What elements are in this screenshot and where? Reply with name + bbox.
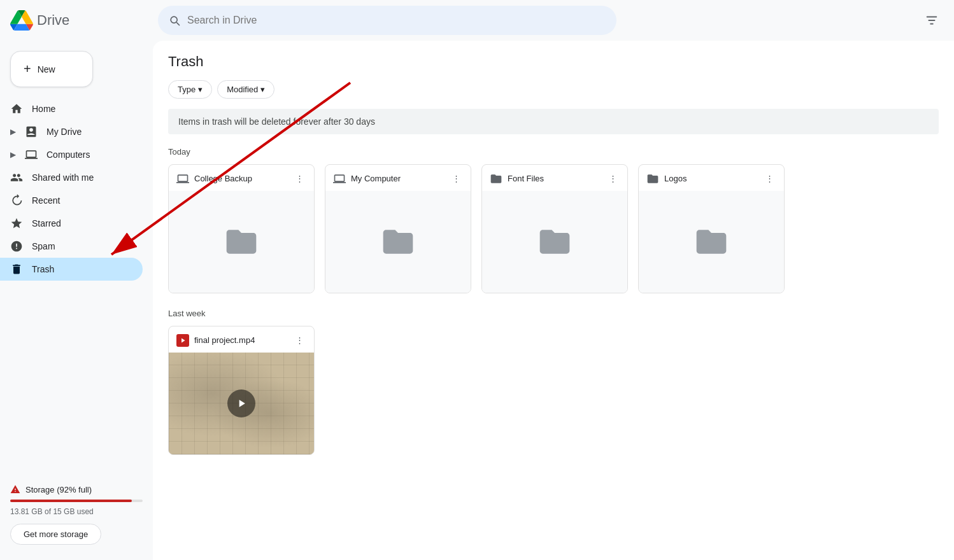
sidebar-item-my-drive[interactable]: ▶ My Drive <box>0 120 143 143</box>
video-card-header: final project.mp4 ⋮ <box>169 326 314 353</box>
computers-icon <box>25 148 38 161</box>
sidebar-item-recent-label: Recent <box>32 195 60 206</box>
filter-sliders-icon <box>925 13 939 27</box>
sidebar-item-computers-label: Computers <box>46 150 90 160</box>
file-card-name: My Computer <box>351 174 450 183</box>
computer-folder-icon <box>176 172 189 185</box>
file-card-body <box>325 191 471 293</box>
main-layout: + New Home ▶ My Drive ▶ Computers <box>0 41 954 560</box>
video-file-icon <box>176 334 189 347</box>
today-files-grid: College Backup ⋮ My Computer ⋮ <box>168 164 939 293</box>
computer-folder-icon <box>333 172 346 185</box>
list-item[interactable]: My Computer ⋮ <box>325 164 471 293</box>
sidebar-item-spam[interactable]: Spam <box>0 235 143 258</box>
search-icon <box>168 14 181 27</box>
expand-icon-computers: ▶ <box>10 150 16 159</box>
search-filter-button[interactable] <box>920 8 944 32</box>
storage-label-text: Storage (92% full) <box>25 485 92 494</box>
sidebar-item-shared[interactable]: Shared with me <box>0 166 143 189</box>
type-filter-chevron: ▾ <box>198 85 203 94</box>
list-item[interactable]: Logos ⋮ <box>638 164 785 293</box>
file-more-button[interactable]: ⋮ <box>293 333 306 347</box>
sidebar-item-home[interactable]: Home <box>0 97 143 120</box>
storage-used-text: 13.81 GB of 15 GB used <box>10 507 143 516</box>
trash-icon <box>10 263 23 276</box>
file-card-name: Logos <box>664 174 763 183</box>
folder-icon-large <box>378 224 418 260</box>
file-card-body <box>482 191 627 293</box>
folder-icon <box>646 172 659 185</box>
file-card-header: College Backup ⋮ <box>169 165 314 191</box>
app-title: Drive <box>37 12 69 29</box>
get-more-storage-button[interactable]: Get more storage <box>10 524 101 545</box>
sidebar-item-starred-label: Starred <box>32 218 61 228</box>
home-icon <box>10 102 23 115</box>
topbar: Drive <box>0 0 954 41</box>
sidebar-item-my-drive-label: My Drive <box>46 127 82 137</box>
new-button-label: New <box>38 64 55 74</box>
folder-icon-large <box>534 224 575 260</box>
drive-logo-icon <box>10 9 33 32</box>
sidebar-item-starred[interactable]: Starred <box>0 212 143 235</box>
video-thumbnail <box>169 353 314 454</box>
file-more-button[interactable]: ⋮ <box>293 171 306 186</box>
last-week-section-label: Last week <box>168 309 939 318</box>
file-card-body <box>639 191 784 293</box>
storage-bar-fill <box>10 500 132 502</box>
sidebar-item-home-label: Home <box>32 104 55 114</box>
modified-filter-label: Modified <box>227 85 258 94</box>
recent-icon <box>10 194 23 207</box>
folder-icon <box>490 172 502 185</box>
modified-filter-chevron: ▾ <box>260 85 265 94</box>
sidebar-item-spam-label: Spam <box>32 241 55 251</box>
new-button[interactable]: + New <box>10 51 93 87</box>
file-card-name: final project.mp4 <box>194 335 293 345</box>
file-more-button[interactable]: ⋮ <box>763 171 776 186</box>
file-card-header: Logos ⋮ <box>639 165 784 191</box>
video-card-body <box>169 353 314 454</box>
content-area: Trash Type ▾ Modified ▾ Items in trash w… <box>153 41 954 560</box>
file-card-header: Font Files ⋮ <box>482 165 627 191</box>
file-more-button[interactable]: ⋮ <box>450 171 463 186</box>
sidebar: + New Home ▶ My Drive ▶ Computers <box>0 41 153 560</box>
folder-icon-large <box>221 224 262 260</box>
last-week-files-grid: final project.mp4 ⋮ <box>168 326 939 455</box>
sidebar-item-computers[interactable]: ▶ Computers <box>0 143 143 166</box>
my-drive-icon <box>25 125 38 138</box>
warning-icon <box>10 484 20 494</box>
list-item[interactable]: Font Files ⋮ <box>481 164 628 293</box>
shared-icon <box>10 171 23 184</box>
play-icon <box>235 397 248 410</box>
today-section-label: Today <box>168 147 939 157</box>
file-card-name: College Backup <box>194 174 293 183</box>
folder-icon-large <box>691 224 732 260</box>
sidebar-item-trash[interactable]: Trash <box>0 258 143 281</box>
trash-info-banner: Items in trash will be deleted forever a… <box>168 109 939 134</box>
modified-filter-button[interactable]: Modified ▾ <box>217 80 274 99</box>
list-item[interactable]: final project.mp4 ⋮ <box>168 326 315 455</box>
sidebar-item-shared-label: Shared with me <box>32 172 94 183</box>
info-banner-text: Items in trash will be deleted forever a… <box>178 116 375 127</box>
storage-label[interactable]: Storage (92% full) <box>10 484 143 494</box>
sidebar-item-recent[interactable]: Recent <box>0 189 143 212</box>
plus-icon: + <box>24 62 31 76</box>
sidebar-item-trash-label: Trash <box>32 264 54 274</box>
search-bar[interactable] <box>158 6 616 35</box>
play-button-overlay <box>227 389 255 417</box>
file-card-body <box>169 191 314 293</box>
page-title: Trash <box>168 53 939 70</box>
type-filter-button[interactable]: Type ▾ <box>168 80 212 99</box>
starred-icon <box>10 217 23 230</box>
file-more-button[interactable]: ⋮ <box>606 171 620 186</box>
spam-icon <box>10 240 23 253</box>
logo-area: Drive <box>10 9 150 32</box>
file-card-header: My Computer ⋮ <box>325 165 471 191</box>
search-input[interactable] <box>187 15 606 26</box>
expand-icon: ▶ <box>10 127 16 136</box>
list-item[interactable]: College Backup ⋮ <box>168 164 315 293</box>
filter-bar: Type ▾ Modified ▾ <box>168 80 939 99</box>
type-filter-label: Type <box>178 85 196 94</box>
storage-bar-background <box>10 500 143 502</box>
storage-section: Storage (92% full) 13.81 GB of 15 GB use… <box>0 474 153 555</box>
file-card-name: Font Files <box>508 174 606 183</box>
